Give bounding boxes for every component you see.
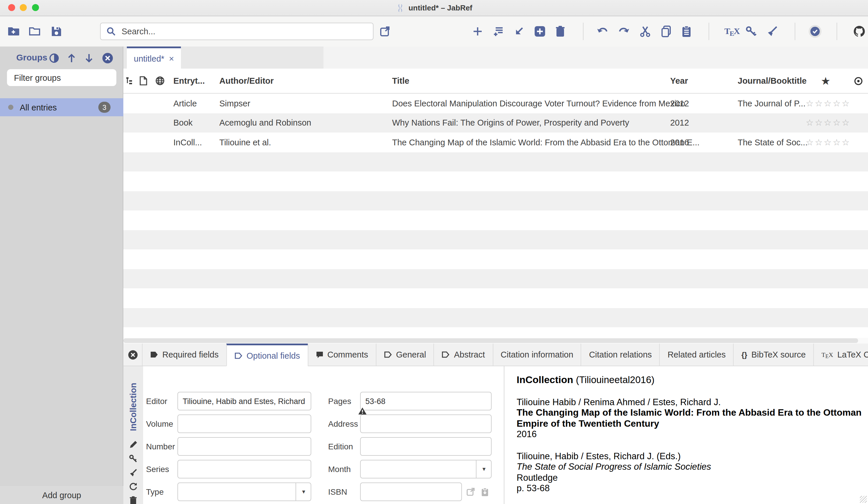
open-link-icon[interactable] xyxy=(467,488,475,496)
table-row[interactable]: InColl... Tiliouine et al. The Changing … xyxy=(123,133,868,152)
tab-related-articles[interactable]: Related articles xyxy=(659,344,733,366)
generate-key-icon[interactable] xyxy=(129,454,137,463)
month-field-input[interactable] xyxy=(360,460,492,479)
column-journal[interactable]: Journal/Booktitle xyxy=(738,69,807,93)
tab-citation-relations[interactable]: Citation relations xyxy=(581,344,659,366)
window-resize-grip[interactable] xyxy=(860,496,867,503)
add-group-button[interactable]: Add group xyxy=(0,486,123,504)
chevron-down-icon[interactable]: ▼ xyxy=(476,460,492,478)
new-entry-icon[interactable] xyxy=(472,26,483,36)
check-integrity-icon[interactable] xyxy=(808,24,822,38)
tex-icon[interactable]: TEX xyxy=(724,27,740,36)
tab-comments[interactable]: Comments xyxy=(308,344,375,366)
type-field-input[interactable] xyxy=(177,483,311,501)
column-year[interactable]: Year xyxy=(670,69,688,93)
close-panel-icon[interactable] xyxy=(102,53,113,64)
move-up-icon[interactable] xyxy=(67,53,76,63)
tab-citation-information[interactable]: Citation information xyxy=(493,344,581,366)
cut-icon[interactable] xyxy=(639,25,651,37)
type-combobox[interactable]: ▼ xyxy=(177,483,311,501)
edit-icon[interactable] xyxy=(129,440,137,449)
toolbar-separator xyxy=(709,23,709,40)
preview-header: InCollection (Tiliouineetal2016) xyxy=(517,374,867,386)
search-icon xyxy=(106,27,116,36)
import-icon[interactable] xyxy=(514,26,524,36)
empty-row xyxy=(123,308,868,327)
search-input[interactable] xyxy=(121,26,367,36)
scrollbar-thumb[interactable] xyxy=(123,338,858,343)
fetch-by-id-icon[interactable] xyxy=(481,487,489,496)
tab-label: LaTeX Citations xyxy=(837,350,868,359)
rating-stars-icon[interactable]: ☆☆☆☆☆ xyxy=(806,133,851,152)
delete-entry-icon[interactable] xyxy=(555,25,565,37)
globe-column-icon[interactable] xyxy=(155,69,165,93)
isbn-field-input[interactable] xyxy=(360,483,462,501)
new-library-icon[interactable] xyxy=(8,25,20,37)
groups-sidebar: Groups All entries 3 Add group xyxy=(0,46,123,504)
table-horizontal-scrollbar[interactable] xyxy=(123,338,868,344)
copy-icon[interactable] xyxy=(661,25,671,37)
column-entrytype[interactable]: Entryt... xyxy=(173,69,205,93)
refresh-icon[interactable] xyxy=(129,482,137,491)
cell-title: Why Nations Fail: The Origins of Power, … xyxy=(392,113,629,133)
editor-field-input[interactable] xyxy=(177,392,311,410)
tab-required-fields[interactable]: Required fields xyxy=(142,344,226,366)
open-search-window-icon[interactable] xyxy=(380,26,391,37)
filter-groups-input[interactable] xyxy=(13,72,111,83)
preview-year: 2016 xyxy=(517,429,867,440)
chevron-down-icon[interactable]: ▼ xyxy=(296,483,311,501)
tab-general[interactable]: General xyxy=(375,344,433,366)
preview-entry-type: InCollection xyxy=(517,374,574,386)
tree-column-icon[interactable] xyxy=(126,69,134,93)
braces-icon: {} xyxy=(742,350,747,359)
tab-bibtex-source[interactable]: {} BibTeX source xyxy=(733,344,813,366)
undo-icon[interactable] xyxy=(597,27,609,36)
group-all-entries[interactable]: All entries 3 xyxy=(0,98,123,116)
field-label-isbn: ISBN xyxy=(328,487,360,496)
group-count-badge: 3 xyxy=(98,102,111,113)
volume-field-input[interactable] xyxy=(177,414,311,433)
series-field-input[interactable] xyxy=(177,460,311,479)
ranking-column-icon[interactable]: ★ xyxy=(822,69,830,93)
cleanup-icon[interactable] xyxy=(129,468,137,477)
month-combobox[interactable]: ▼ xyxy=(360,460,492,479)
intersection-icon[interactable] xyxy=(49,53,59,63)
number-field-input[interactable] xyxy=(177,437,311,456)
cell-year: 2016 xyxy=(670,133,689,152)
generate-key-icon[interactable] xyxy=(745,25,757,37)
close-entry-editor-button[interactable] xyxy=(123,344,142,366)
open-library-icon[interactable] xyxy=(29,25,41,37)
rating-stars-icon[interactable]: ☆☆☆☆☆ xyxy=(806,94,851,113)
file-column-icon[interactable] xyxy=(140,69,147,93)
main-toolbar: TEX xyxy=(0,16,868,46)
column-title[interactable]: Title xyxy=(392,69,409,93)
entry-type-vertical-label: InCollection xyxy=(128,383,138,431)
cleanup-icon[interactable] xyxy=(766,25,778,37)
tag-filled-icon xyxy=(150,351,158,358)
library-tab[interactable]: untitled* × xyxy=(127,46,181,69)
column-author[interactable]: Author/Editor xyxy=(219,69,274,93)
optional-fields-form: Editor Volume Number Series Type ▼ xyxy=(143,366,504,504)
close-tab-icon[interactable]: × xyxy=(169,54,174,63)
table-row[interactable]: Book Acemoglu and Robinson Why Nations F… xyxy=(123,113,868,133)
github-icon[interactable] xyxy=(853,25,866,38)
new-entry-from-plaintext-icon[interactable] xyxy=(493,26,505,36)
save-library-icon[interactable] xyxy=(51,25,62,37)
rating-stars-icon[interactable]: ☆☆☆☆☆ xyxy=(806,113,851,133)
title-center: untitled* – JabRef xyxy=(0,0,868,16)
tab-abstract[interactable]: Abstract xyxy=(434,344,493,366)
delete-icon[interactable] xyxy=(130,496,137,504)
paste-icon[interactable] xyxy=(682,25,691,37)
pages-field-input[interactable] xyxy=(360,392,492,410)
move-down-icon[interactable] xyxy=(84,53,94,63)
edition-field-input[interactable] xyxy=(360,437,492,456)
tab-latex-citations[interactable]: TEX LaTeX Citations xyxy=(813,344,868,366)
table-row[interactable]: Article Simpser Does Electoral Manipulat… xyxy=(123,94,868,113)
eye-column-icon[interactable] xyxy=(854,69,863,93)
empty-row xyxy=(123,191,868,210)
tab-optional-fields[interactable]: Optional fields xyxy=(226,344,308,366)
tag-outline-icon xyxy=(384,351,392,358)
address-field-input[interactable] xyxy=(360,414,492,433)
new-entry-plus-icon[interactable] xyxy=(534,25,546,37)
redo-icon[interactable] xyxy=(618,27,630,36)
